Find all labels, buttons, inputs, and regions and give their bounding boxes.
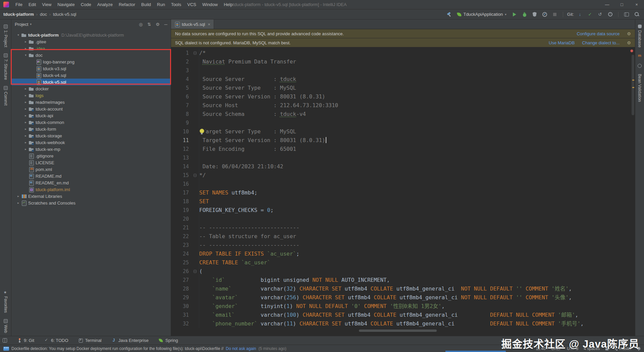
collapse-all-button[interactable]: ⇅: [147, 22, 151, 27]
code-line-10[interactable]: 10 Target Server Type : MySQL: [171, 127, 635, 136]
error-stripe-mark[interactable]: [632, 87, 634, 88]
tree-item-tduck-storage[interactable]: ▸tduck-storage: [11, 132, 171, 139]
code-line-3[interactable]: 3: [171, 66, 635, 75]
code-line-13[interactable]: 13: [171, 153, 635, 162]
menu-file[interactable]: File: [12, 0, 25, 9]
breadcrumb-tduck-platform[interactable]: tduck-platform: [3, 12, 34, 17]
gutter-line-7[interactable]: 7: [171, 101, 199, 110]
tree-item-tduck-api[interactable]: ▸tduck-api: [11, 112, 171, 119]
minimize-button[interactable]: —: [600, 0, 614, 9]
spring-tool-button[interactable]: Spring: [159, 338, 178, 343]
tree-expand-arrow[interactable]: ▸: [15, 201, 21, 205]
locate-file-button[interactable]: ◎: [139, 22, 143, 27]
code-line-32[interactable]: 32 `phone_number` varchar(11) CHARACTER …: [171, 319, 635, 328]
code-editor[interactable]: 1/*2 Navicat Premium Data Transfer34 Sou…: [171, 47, 635, 336]
code-line-7[interactable]: 7 Source Host : 212.64.73.120:3310: [171, 101, 635, 110]
tree-item-scratches-and-consoles[interactable]: ▸Scratches and Consoles: [11, 200, 171, 206]
gutter-line-13[interactable]: 13: [171, 153, 199, 162]
database-tool-button[interactable]: Database: [637, 21, 642, 50]
tree-expand-arrow[interactable]: ▸: [23, 114, 29, 117]
git-commit-button[interactable]: ✓: [586, 11, 594, 18]
tree-item-license[interactable]: LICENSE: [11, 159, 171, 166]
gutter-line-10[interactable]: 10: [171, 127, 199, 136]
search-everywhere-button[interactable]: [633, 11, 641, 18]
code-line-23[interactable]: 23-- ----------------------------: [171, 241, 635, 250]
gutter-line-4[interactable]: 4: [171, 75, 199, 84]
code-line-5[interactable]: 5 Source Server Type : MySQL: [171, 84, 635, 92]
fold-marker-icon[interactable]: [194, 52, 197, 55]
tree-item-logs[interactable]: ▸logs: [11, 92, 171, 99]
gutter-line-14[interactable]: 14: [171, 162, 199, 171]
git-update-button[interactable]: ↓: [576, 11, 584, 18]
tree-item-gitee[interactable]: ▸.gitee: [11, 38, 171, 45]
structure-tool-button[interactable]: 7: Structure: [3, 50, 8, 83]
gutter-line-23[interactable]: 23: [171, 241, 199, 250]
run-config-selector[interactable]: TduckApiApplication ▾: [455, 11, 508, 17]
tree-expand-arrow[interactable]: ▸: [23, 47, 29, 50]
code-line-25[interactable]: 25CREATE TABLE `ac_user`: [171, 258, 635, 267]
fold-marker-icon[interactable]: [194, 174, 197, 177]
gutter-line-28[interactable]: 28: [171, 284, 199, 293]
gutter-line-16[interactable]: 16: [171, 180, 199, 188]
menu-window[interactable]: Window: [199, 0, 221, 9]
tree-item-tduck-platform[interactable]: ▾tduck-platformD:\JavaEE\github\tduck-pl…: [11, 32, 171, 38]
tree-item-gitignore[interactable]: .gitignore: [11, 152, 171, 159]
menu-navigate[interactable]: Navigate: [54, 0, 77, 9]
code-line-27[interactable]: 27 `id` bigint unsigned NOT NULL AUTO_IN…: [171, 276, 635, 284]
layout-button[interactable]: [623, 11, 631, 18]
code-line-15[interactable]: 15*/: [171, 171, 635, 180]
gutter-line-24[interactable]: 24: [171, 250, 199, 258]
tree-item-docker[interactable]: ▸docker: [11, 85, 171, 92]
tree-item-tduck-common[interactable]: ▸tduck-common: [11, 119, 171, 126]
gutter-line-29[interactable]: 29: [171, 293, 199, 302]
tree-expand-arrow[interactable]: ▸: [23, 141, 29, 144]
code-line-18[interactable]: 18SET: [171, 197, 635, 206]
code-line-17[interactable]: 17SET NAMES utf8mb4;: [171, 188, 635, 197]
gutter-line-6[interactable]: 6: [171, 92, 199, 101]
tree-item-logo-banner-png[interactable]: logo-banner.png: [11, 58, 171, 65]
code-line-19[interactable]: 19FOREIGN_KEY_CHECKS = 0;: [171, 206, 635, 215]
gutter-line-32[interactable]: 32: [171, 319, 199, 328]
use-mariadb-link[interactable]: Use MariaDB: [549, 40, 575, 45]
vertical-scrollbar[interactable]: [632, 55, 634, 115]
code-line-24[interactable]: 24DROP TABLE IF EXISTS `ac_user`;: [171, 250, 635, 258]
inspections-indicator-icon[interactable]: [630, 49, 633, 52]
gutter-line-12[interactable]: 12: [171, 145, 199, 153]
web-tool-button[interactable]: Web: [3, 316, 8, 336]
gutter-line-31[interactable]: 31: [171, 311, 199, 319]
gutter-line-26[interactable]: 26: [171, 267, 199, 276]
code-line-11[interactable]: 11 Target Server Version : 80031 (8.0.31…: [171, 136, 635, 145]
code-line-30[interactable]: 30 `gender` tinyint(1) NOT NULL DEFAULT …: [171, 302, 635, 311]
menu-analyze[interactable]: Analyze: [94, 0, 116, 9]
tree-item-readme-md[interactable]: README.md: [11, 173, 171, 179]
tree-expand-arrow[interactable]: ▸: [23, 107, 29, 111]
maven-tool-button[interactable]: m: [638, 50, 642, 61]
gutter-line-8[interactable]: 8: [171, 110, 199, 119]
code-line-29[interactable]: 29 `avatar` varchar(256) CHARACTER SET u…: [171, 293, 635, 302]
tab-close-icon[interactable]: ×: [208, 22, 210, 27]
tree-item-pom-xml[interactable]: pom.xml: [11, 166, 171, 173]
breadcrumb-tduck-v5-sql[interactable]: tduck-v5.sql: [53, 12, 76, 17]
editor-tab-tduck-v5-sql[interactable]: tduck-v5.sql ×: [171, 19, 214, 29]
git-rollback-button[interactable]: ↺: [596, 11, 604, 18]
gutter-line-19[interactable]: 19: [171, 206, 199, 215]
tree-expand-arrow[interactable]: ▸: [23, 40, 29, 43]
gutter-line-30[interactable]: 30: [171, 302, 199, 311]
tree-expand-arrow[interactable]: ▸: [23, 94, 29, 97]
terminal-tool-button[interactable]: Terminal: [78, 338, 102, 343]
menu-code[interactable]: Code: [78, 0, 94, 9]
ant-tool-button[interactable]: [638, 61, 642, 71]
gutter-line-22[interactable]: 22: [171, 232, 199, 241]
configure-data-source-link[interactable]: Configure data source: [577, 31, 620, 36]
coverage-button[interactable]: [531, 11, 539, 18]
code-line-20[interactable]: 20: [171, 215, 635, 223]
tree-item-tduck-platform-iml[interactable]: tduck-platform.iml: [11, 186, 171, 193]
code-line-8[interactable]: 8 Source Schema : tduck-v4: [171, 110, 635, 119]
maximize-button[interactable]: □: [614, 0, 629, 9]
code-line-21[interactable]: 21-- ----------------------------: [171, 223, 635, 232]
breadcrumb-doc[interactable]: doc: [40, 12, 47, 17]
code-line-14[interactable]: 14 Date: 06/04/2023 21:10:42: [171, 162, 635, 171]
tree-expand-arrow[interactable]: ▸: [23, 127, 29, 131]
code-line-4[interactable]: 4 Source Server : tduck: [171, 75, 635, 84]
menu-refactor[interactable]: Refactor: [116, 0, 138, 9]
